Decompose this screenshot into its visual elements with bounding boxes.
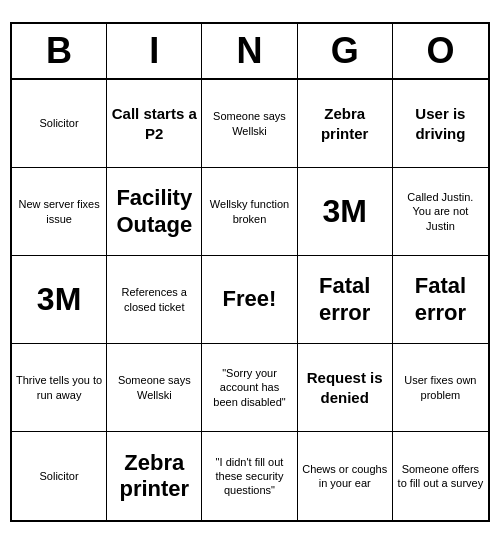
bingo-cell-3: Zebra printer [298,80,393,168]
bingo-cell-2: Someone says Wellski [202,80,297,168]
bingo-letter-i: I [107,24,202,78]
bingo-cell-8: 3M [298,168,393,256]
bingo-cell-5: New server fixes issue [12,168,107,256]
bingo-cell-24: Someone offers to fill out a survey [393,432,488,520]
bingo-cell-16: Someone says Wellski [107,344,202,432]
bingo-cell-18: Request is denied [298,344,393,432]
bingo-cell-23: Chews or coughs in your ear [298,432,393,520]
bingo-cell-10: 3M [12,256,107,344]
bingo-letter-n: N [202,24,297,78]
bingo-cell-9: Called Justin. You are not Justin [393,168,488,256]
bingo-card: BINGO SolicitorCall starts a P2Someone s… [10,22,490,522]
bingo-letter-b: B [12,24,107,78]
bingo-cell-0: Solicitor [12,80,107,168]
bingo-cell-21: Zebra printer [107,432,202,520]
bingo-cell-19: User fixes own problem [393,344,488,432]
bingo-grid: SolicitorCall starts a P2Someone says We… [12,80,488,520]
bingo-cell-17: "Sorry your account has been disabled" [202,344,297,432]
bingo-cell-4: User is driving [393,80,488,168]
bingo-header: BINGO [12,24,488,80]
bingo-cell-6: Facility Outage [107,168,202,256]
bingo-letter-o: O [393,24,488,78]
bingo-cell-14: Fatal error [393,256,488,344]
bingo-cell-13: Fatal error [298,256,393,344]
bingo-cell-11: References a closed ticket [107,256,202,344]
bingo-cell-1: Call starts a P2 [107,80,202,168]
bingo-cell-15: Thrive tells you to run away [12,344,107,432]
bingo-letter-g: G [298,24,393,78]
bingo-cell-7: Wellsky function broken [202,168,297,256]
bingo-cell-22: "I didn't fill out these security questi… [202,432,297,520]
bingo-cell-20: Solicitor [12,432,107,520]
bingo-cell-12: Free! [202,256,297,344]
